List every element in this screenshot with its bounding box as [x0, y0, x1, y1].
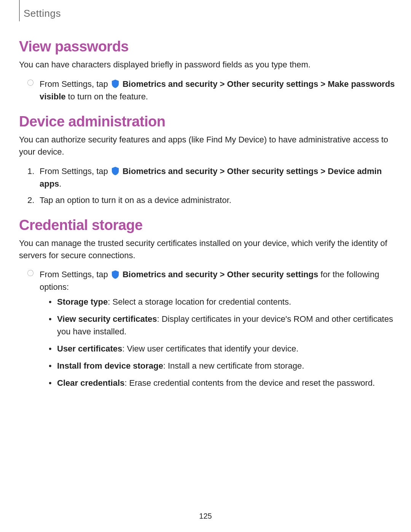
page-header-label: Settings: [19, 0, 396, 19]
list-item: Clear credentials: Erase credential cont…: [57, 377, 396, 389]
step-text: From Settings, tap: [40, 166, 110, 176]
list-number: 2.: [27, 194, 34, 206]
shield-icon: [111, 270, 119, 279]
step-text: to turn on the feature.: [68, 92, 148, 101]
option-text: : Select a storage location for credenti…: [108, 297, 291, 307]
path-segment: Biometrics and security: [123, 166, 217, 176]
step-text: From Settings, tap: [40, 79, 110, 89]
option-label: User certificates: [57, 344, 122, 353]
option-label: Install from device storage: [57, 361, 163, 371]
step-text: From Settings, tap: [40, 270, 110, 279]
list-item: User certificates: View user certificate…: [57, 342, 396, 355]
page-number: 125: [0, 512, 411, 521]
path-segment: Other security settings: [227, 270, 319, 279]
dotted-circle-icon: [27, 80, 33, 86]
option-label: Storage type: [57, 297, 108, 307]
step-item: 1. From Settings, tap Biometrics and sec…: [40, 165, 396, 190]
option-text: : View user certificates that identify y…: [122, 344, 298, 353]
intro-device-admin: You can authorize security features and …: [19, 134, 396, 158]
dotted-circle-icon: [27, 270, 33, 276]
step-text: .: [59, 179, 61, 189]
list-item: Install from device storage: Install a n…: [57, 359, 396, 372]
list-item: View security certificates: Display cert…: [57, 313, 396, 338]
step-item: From Settings, tap Biometrics and securi…: [40, 78, 396, 103]
shield-icon: [111, 166, 119, 176]
credential-options-list: Storage type: Select a storage location …: [40, 296, 396, 389]
intro-credential-storage: You can manage the trusted security cert…: [19, 237, 396, 262]
heading-view-passwords: View passwords: [19, 38, 396, 55]
chevron-icon: >: [220, 79, 225, 89]
shield-icon: [111, 79, 119, 88]
path-segment: Biometrics and security: [123, 79, 217, 89]
option-label: Clear credentials: [57, 378, 124, 388]
option-text: : Erase credential contents from the dev…: [124, 378, 375, 388]
option-text: : Install a new certificate from storage…: [163, 361, 304, 371]
path-segment: Other security settings: [227, 79, 319, 89]
chevron-icon: >: [320, 79, 325, 89]
path-segment: Biometrics and security: [123, 270, 217, 279]
list-number: 1.: [27, 165, 34, 177]
step-item: From Settings, tap Biometrics and securi…: [40, 268, 396, 389]
steps-credential-storage: From Settings, tap Biometrics and securi…: [19, 268, 396, 389]
option-label: View security certificates: [57, 314, 157, 324]
list-item: Storage type: Select a storage location …: [57, 296, 396, 308]
chevron-icon: >: [320, 166, 325, 176]
heading-device-admin: Device administration: [19, 113, 396, 130]
steps-view-passwords: From Settings, tap Biometrics and securi…: [19, 78, 396, 103]
chevron-icon: >: [220, 270, 225, 279]
chevron-icon: >: [220, 166, 225, 176]
intro-view-passwords: You can have characters displayed briefl…: [19, 59, 396, 71]
step-text: Tap an option to turn it on as a device …: [40, 195, 231, 205]
header-divider: [19, 0, 20, 21]
heading-credential-storage: Credential storage: [19, 217, 396, 233]
steps-device-admin: 1. From Settings, tap Biometrics and sec…: [19, 165, 396, 206]
path-segment: Other security settings: [227, 166, 319, 176]
step-item: 2. Tap an option to turn it on as a devi…: [40, 194, 396, 206]
